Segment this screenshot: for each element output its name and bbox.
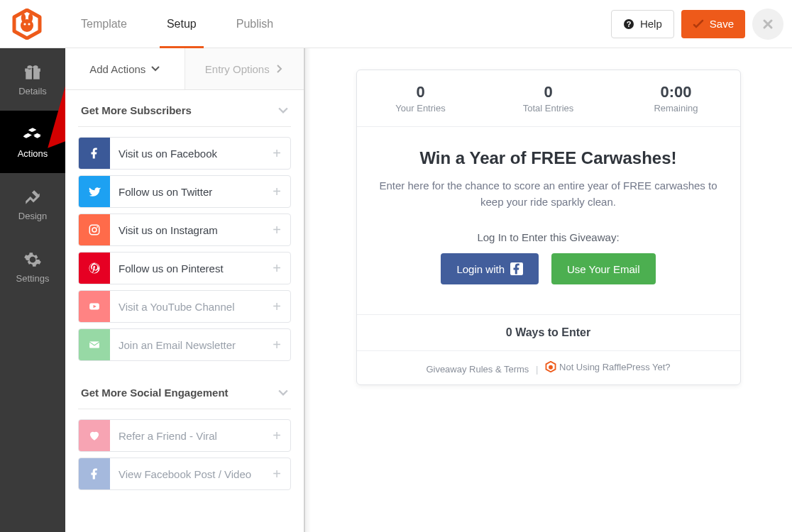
top-bar: Template Setup Publish ? Help Save — [0, 0, 792, 48]
action-label: Follow us on Pinterest — [110, 262, 263, 275]
action-label: Join an Email Newsletter — [110, 339, 263, 351]
help-label: Help — [640, 18, 662, 30]
action-instagram[interactable]: Visit us on Instagram + — [78, 214, 291, 246]
panel-body[interactable]: Get More Subscribers Visit us on Faceboo… — [65, 90, 304, 532]
group-engagement[interactable]: Get More Social Engagement — [65, 372, 304, 409]
help-button[interactable]: ? Help — [611, 10, 674, 38]
action-fbpost[interactable]: View Facebook Post / Video + — [78, 458, 291, 490]
sidebar-item-label: Design — [18, 211, 47, 221]
plus-icon: + — [263, 222, 290, 238]
pinterest-icon — [79, 253, 110, 284]
action-pinterest[interactable]: Follow us on Pinterest + — [78, 252, 291, 284]
check-icon — [693, 18, 704, 30]
giveaway-description: Enter here for the chance to score an en… — [378, 178, 719, 210]
stat-value: 0 — [489, 83, 608, 101]
youtube-icon — [79, 291, 110, 322]
card-footer: Giveaway Rules & Terms | Not Using Raffl… — [357, 350, 740, 384]
preview-pane: 0 Your Entries 0 Total Entries 0:00 Rema… — [304, 48, 792, 532]
action-label: Visit us on Instagram — [110, 224, 263, 236]
login-buttons: Login with Use Your Email — [378, 253, 719, 284]
sidebar-item-settings[interactable]: Settings — [0, 235, 65, 298]
ways-to-enter: 0 Ways to Enter — [357, 314, 740, 350]
top-nav: Template Setup Publish — [68, 0, 286, 48]
plus-icon: + — [263, 466, 290, 482]
login-facebook-button[interactable]: Login with — [441, 253, 539, 284]
plus-icon: + — [263, 337, 290, 353]
svg-point-3 — [21, 19, 33, 32]
envelope-icon — [79, 329, 110, 360]
action-label: Refer a Friend - Viral — [110, 430, 263, 442]
sidebar-item-actions[interactable]: Actions — [0, 111, 65, 173]
stat-label: Remaining — [617, 103, 736, 113]
actions-panel: Add Actions Entry Options Get More Subsc… — [65, 48, 304, 532]
giveaway-title: Win a Year of FREE Carwashes! — [378, 148, 719, 168]
facebook-icon — [79, 138, 110, 169]
sidebar-item-label: Actions — [18, 148, 48, 159]
svg-point-16 — [549, 365, 553, 370]
facebook-icon — [79, 458, 110, 489]
chevron-down-icon — [151, 65, 160, 73]
stat-value: 0:00 — [617, 83, 736, 101]
action-youtube[interactable]: Visit a YouTube Channel + — [78, 290, 291, 323]
sidebar-item-design[interactable]: Design — [0, 173, 65, 235]
rafflepress-note: Not Using RafflePress Yet? — [545, 361, 671, 372]
panel-tab-add-actions[interactable]: Add Actions — [65, 48, 185, 89]
plus-icon: + — [263, 145, 290, 162]
plus-icon: + — [263, 184, 290, 200]
stat-total-entries: 0 Total Entries — [485, 70, 612, 126]
svg-text:?: ? — [627, 20, 632, 28]
gift-icon — [23, 63, 42, 82]
action-twitter[interactable]: Follow us on Twitter + — [78, 175, 291, 208]
action-label: Visit a YouTube Channel — [110, 301, 263, 313]
design-icon — [23, 188, 42, 206]
rules-link[interactable]: Giveaway Rules & Terms — [426, 364, 529, 375]
close-button[interactable] — [752, 9, 783, 40]
tab-publish[interactable]: Publish — [224, 0, 286, 48]
svg-point-10 — [97, 226, 98, 228]
action-refer[interactable]: Refer a Friend - Viral + — [78, 419, 291, 452]
tab-template[interactable]: Template — [68, 0, 140, 48]
plus-icon: + — [263, 299, 290, 315]
not-using-link[interactable]: Not Using RafflePress Yet? — [559, 362, 671, 372]
group-subscribers[interactable]: Get More Subscribers — [65, 90, 304, 126]
stat-label: Total Entries — [489, 103, 608, 113]
brand-logo — [10, 7, 44, 41]
use-email-button[interactable]: Use Your Email — [551, 253, 656, 284]
chevron-down-icon — [278, 106, 288, 116]
gear-icon — [23, 250, 42, 269]
sidebar-item-label: Settings — [16, 273, 50, 284]
login-with-label: Login with — [456, 263, 505, 275]
panel-tab-entry-options[interactable]: Entry Options — [185, 48, 304, 89]
divider — [78, 126, 291, 127]
heart-icon — [79, 420, 110, 451]
stats-row: 0 Your Entries 0 Total Entries 0:00 Rema… — [357, 70, 740, 127]
svg-point-4 — [23, 23, 26, 25]
plus-icon: + — [263, 428, 290, 444]
svg-point-9 — [92, 228, 97, 232]
sidebar-item-details[interactable]: Details — [0, 48, 65, 111]
action-facebook[interactable]: Visit us on Facebook + — [78, 137, 291, 170]
help-icon: ? — [623, 18, 634, 30]
panel-tab-label: Add Actions — [89, 63, 145, 75]
stat-label: Your Entries — [361, 103, 480, 113]
facebook-icon — [510, 262, 523, 275]
use-email-label: Use Your Email — [567, 263, 640, 275]
login-prompt: Log In to Enter this Giveaway: — [378, 231, 719, 243]
stat-value: 0 — [361, 83, 480, 101]
save-button[interactable]: Save — [681, 10, 745, 38]
left-sidebar: Details Actions Design Settings — [0, 48, 65, 532]
top-bar-right: ? Help Save — [611, 9, 792, 40]
giveaway-card: 0 Your Entries 0 Total Entries 0:00 Rema… — [356, 70, 741, 385]
tab-setup[interactable]: Setup — [154, 0, 209, 48]
save-label: Save — [710, 18, 734, 30]
stat-remaining: 0:00 Remaining — [612, 70, 740, 126]
chevron-right-icon — [275, 65, 284, 73]
close-icon — [762, 18, 774, 30]
divider — [78, 409, 291, 409]
action-email[interactable]: Join an Email Newsletter + — [78, 328, 291, 361]
blocks-icon — [23, 126, 42, 144]
card-body: Win a Year of FREE Carwashes! Enter here… — [357, 127, 740, 314]
panel-tab-label: Entry Options — [205, 63, 270, 75]
sidebar-item-label: Details — [18, 86, 47, 96]
plus-icon: + — [263, 260, 290, 277]
